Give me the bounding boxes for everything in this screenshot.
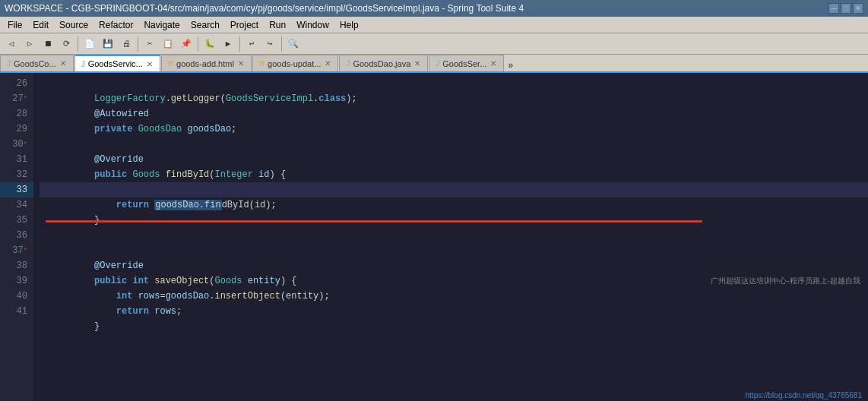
toolbar-btn-run[interactable]: ▶ [220,36,236,52]
code-line-38: public int saveObject(Goods entity) { [40,258,868,273]
tab-label-3: goods-add.html [176,59,234,68]
toolbar-btn-redo[interactable]: ↪ [261,36,278,52]
toolbar-sep-5 [281,36,282,52]
menu-source[interactable]: Source [55,18,93,32]
code-line-27: @Autowired [40,91,868,106]
toolbar-btn-5[interactable]: 📄 [81,36,98,52]
code-line-30: @Override [40,137,868,152]
code-line-37: @Override 广州超级达达培训中心-程序员路上-超越自我 [40,243,868,258]
line-num-35: 35 [0,213,33,228]
menu-run[interactable]: Run [265,18,290,32]
toolbar-btn-7[interactable]: 🖨 [118,36,135,52]
code-line-36 [40,228,868,243]
tab-goodsdao[interactable]: J GoodsDao.java ✕ [339,55,428,71]
tab-label-1: GoodsCo... [14,59,56,68]
menu-search[interactable]: Search [186,18,224,32]
tab-label-4: goods-updat... [268,59,321,68]
tab-label-2: GoodsServic... [88,59,143,68]
menu-file[interactable]: File [3,18,27,32]
code-line-40: return rows; [40,289,868,304]
line-num-36: 36 [0,228,33,243]
tab-icon-2: J [81,60,85,68]
close-button[interactable]: ✕ [853,3,863,14]
line-num-34: 34 [0,197,33,213]
tab-close-1[interactable]: ✕ [59,59,67,68]
tab-goods-add[interactable]: H goods-add.html ✕ [161,55,252,71]
tab-bar: J GoodsCo... ✕ J GoodsServic... ✕ H good… [0,55,868,73]
menu-project[interactable]: Project [226,18,263,32]
toolbar-sep-2 [138,36,138,52]
line-num-40: 40 [0,289,33,304]
menu-help[interactable]: Help [335,18,363,32]
menu-window[interactable]: Window [292,18,334,32]
toolbar-btn-debug[interactable]: 🐛 [201,36,218,52]
line-num-27: 27* [0,91,33,106]
code-area[interactable]: LoggerFactory.getLogger(GoodsServiceImpl… [33,73,868,401]
toolbar-btn-1[interactable]: ◁ [3,36,20,52]
code-line-33: return goodsDao.findById(id); [40,182,868,197]
tab-icon-1: J [7,59,11,68]
code-line-34: } [40,197,868,213]
window-controls[interactable]: — □ ✕ [828,3,863,14]
line-num-28: 28 [0,106,33,122]
tab-close-2[interactable]: ✕ [146,60,154,68]
menu-refactor[interactable]: Refactor [94,18,138,32]
tab-goods-updat[interactable]: H goods-updat... ✕ [252,55,339,71]
code-line-32: //... [40,167,868,182]
code-line-26: LoggerFactory.getLogger(GoodsServiceImpl… [40,76,868,91]
line-num-32: 32 [0,167,33,182]
minimize-button[interactable]: — [828,3,839,14]
tab-close-6[interactable]: ✕ [489,59,497,68]
line-num-30: 30* [0,137,33,152]
menu-navigate[interactable]: Navigate [139,18,184,32]
tab-icon-5: J [346,59,350,68]
code-line-41: } [40,304,868,319]
tab-icon-3: H [168,59,173,68]
tab-close-5[interactable]: ✕ [413,59,421,68]
tab-overflow[interactable]: » [505,61,516,71]
line-num-39: 39 [0,273,33,289]
title-text: WORKSPACE - CGB-SPRINGBOOT-04/src/main/j… [5,3,524,14]
code-line-39: int rows=goodsDao.insertObject(entity); [40,273,868,289]
menu-bar: File Edit Source Refactor Navigate Searc… [0,17,868,33]
title-bar: WORKSPACE - CGB-SPRINGBOOT-04/src/main/j… [0,0,868,17]
title-bar-left: WORKSPACE - CGB-SPRINGBOOT-04/src/main/j… [5,3,524,14]
editor-area: 26 27* 28 29 30* 31 32 33 34 35 36 37* 3… [0,73,868,401]
line-num-29: 29 [0,122,33,137]
line-num-31: 31 [0,152,33,167]
tab-icon-6: J [436,59,439,68]
line-numbers: 26 27* 28 29 30* 31 32 33 34 35 36 37* 3… [0,73,33,401]
url-text: https://blog.csdn.net/qq_43765681 [746,391,862,399]
toolbar-sep-1 [78,36,78,52]
line-num-41: 41 [0,304,33,319]
tab-goodsser[interactable]: J GoodsSer... ✕ [429,55,504,71]
tab-close-4[interactable]: ✕ [324,59,331,68]
toolbar-btn-3[interactable]: ⏹ [40,36,56,52]
tab-goodsservic[interactable]: J GoodsServic... ✕ [74,55,160,71]
code-line-29 [40,122,868,137]
toolbar-sep-4 [239,36,240,52]
tab-label-5: GoodsDao.java [353,59,410,68]
line-num-38: 38 [0,258,33,273]
maximize-button[interactable]: □ [841,3,851,14]
toolbar: ◁ ▷ ⏹ ⟳ 📄 💾 🖨 ✂ 📋 📌 🐛 ▶ ↩ ↪ 🔍 [0,33,868,55]
tab-label-6: GoodsSer... [442,59,486,68]
toolbar-btn-4[interactable]: ⟳ [58,36,74,52]
toolbar-btn-8[interactable]: ✂ [141,36,158,52]
tab-close-3[interactable]: ✕ [237,59,245,68]
code-line-31: public Goods findById(Integer id) { [40,152,868,167]
code-line-35 [40,213,868,228]
menu-edit[interactable]: Edit [28,18,53,32]
toolbar-btn-10[interactable]: 📌 [178,36,195,52]
line-num-37: 37* [0,243,33,258]
toolbar-btn-search[interactable]: 🔍 [285,36,302,52]
tab-icon-4: H [259,59,265,68]
toolbar-btn-9[interactable]: 📋 [160,36,176,52]
toolbar-btn-6[interactable]: 💾 [100,36,116,52]
toolbar-btn-2[interactable]: ▷ [21,36,38,52]
code-line-28: private GoodsDao goodsDao; [40,106,868,122]
toolbar-btn-undo[interactable]: ↩ [243,36,260,52]
tab-goodscontro[interactable]: J GoodsCo... ✕ [0,55,74,71]
red-separator-line [46,220,702,223]
toolbar-sep-3 [198,36,198,52]
